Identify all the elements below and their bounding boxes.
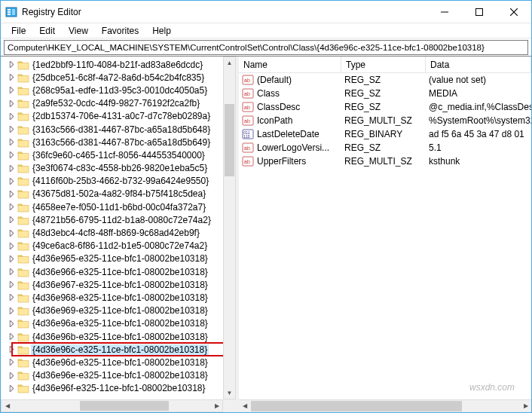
list-row[interactable]: abClassREG_SZMEDIA	[239, 87, 531, 100]
expand-icon[interactable]	[7, 203, 16, 210]
expand-icon[interactable]	[7, 61, 16, 68]
expand-icon[interactable]	[7, 333, 16, 340]
close-button[interactable]	[497, 1, 531, 23]
expand-icon[interactable]	[7, 268, 16, 275]
scroll-right-icon[interactable]: ▶	[520, 400, 531, 411]
expand-icon[interactable]	[7, 255, 16, 262]
col-type[interactable]: Type	[341, 57, 426, 72]
tree-item[interactable]: {25dbce51-6c8f-4a72-8a6d-b54c2b4fc835}	[1, 71, 236, 84]
list-row[interactable]: 011110LastDeleteDateREG_BINARYad f5 6a 4…	[239, 127, 531, 141]
tree-item[interactable]: {4d36e968-e325-11ce-bfc1-08002be10318}	[1, 291, 236, 304]
expand-icon[interactable]	[7, 87, 16, 93]
list-horizontal-scrollbar[interactable]: ◀ ▶	[239, 399, 531, 412]
tree-item[interactable]: {2db15374-706e-4131-a0c7-d7c78eb0289a}	[1, 110, 236, 123]
expand-icon[interactable]	[7, 346, 16, 353]
expand-icon[interactable]	[7, 243, 16, 249]
expand-icon[interactable]	[7, 191, 16, 197]
string-icon: ab	[242, 142, 254, 154]
tree-item[interactable]: {4d36e96f-e325-11ce-bfc1-08002be10318}	[1, 382, 236, 395]
menu-edit[interactable]: Edit	[33, 25, 61, 37]
tree-item[interactable]: {48d3ebc4-4cf8-48ff-b869-9c68ad42eb9f}	[1, 226, 236, 239]
tree-item[interactable]: {3e3f0674-c83c-4558-bb26-9820e1eba5c5}	[1, 162, 236, 175]
tree-item[interactable]: {4d36e965-e325-11ce-bfc1-08002be10318}	[1, 252, 236, 265]
tree-item[interactable]: {2a9fe532-0cdc-44f9-9827-76192f2ca2fb}	[1, 97, 236, 110]
tree-item[interactable]: {36fc9e60-c465-11cf-8056-444553540000}	[1, 148, 236, 161]
menu-help[interactable]: Help	[146, 25, 177, 37]
tree-item[interactable]: {48721b56-6795-11d2-b1a8-0080c72e74a2}	[1, 213, 236, 226]
scroll-down-icon[interactable]: ▼	[224, 387, 235, 399]
list-row[interactable]: abIconPathREG_MULTI_SZ%SystemRoot%\syste…	[239, 114, 531, 127]
values-pane[interactable]: Name Type Data ab(Default)REG_SZ(value n…	[239, 57, 531, 412]
menu-view[interactable]: View	[63, 25, 94, 37]
tree-item[interactable]: {3163c566-d381-4467-87bc-a65a18d5b648}	[1, 123, 236, 136]
tree-item[interactable]: {4658ee7e-f050-11d1-b6bd-00c04fa372a7}	[1, 200, 236, 213]
expand-icon[interactable]	[7, 385, 16, 392]
tree-item[interactable]: {43675d81-502a-4a82-9f84-b75f418c5dea}	[1, 188, 236, 200]
tree-horizontal-scrollbar[interactable]: ◀ ▶	[1, 399, 223, 412]
tree-item[interactable]: {1ed2bbf9-11f0-4084-b21f-ad83a8e6dcdc}	[1, 58, 236, 71]
tree-item-label: {43675d81-502a-4a82-9f84-b75f418c5dea}	[31, 188, 207, 199]
tree-item[interactable]: {268c95a1-edfe-11d3-95c3-0010dc4050a5}	[1, 84, 236, 96]
tree-item[interactable]: {4d36e96e-e325-11ce-bfc1-08002be10318}	[1, 369, 236, 382]
expand-icon[interactable]	[7, 165, 16, 172]
tree-item[interactable]: {4d36e96b-e325-11ce-bfc1-08002be10318}	[1, 330, 236, 343]
address-input[interactable]	[4, 40, 528, 55]
scroll-thumb[interactable]	[251, 401, 462, 411]
tree-vertical-scrollbar[interactable]: ▲ ▼	[223, 57, 236, 399]
menu-favorites[interactable]: Favorites	[96, 25, 145, 37]
list-row[interactable]: ab(Default)REG_SZ(value not set)	[239, 73, 531, 87]
expand-icon[interactable]	[7, 230, 16, 237]
svg-text:ab: ab	[244, 105, 250, 110]
expand-icon[interactable]	[7, 372, 16, 379]
expand-icon[interactable]	[7, 307, 16, 314]
folder-icon	[17, 370, 29, 381]
folder-icon	[17, 188, 29, 199]
menu-file[interactable]: File	[5, 25, 32, 37]
expand-icon[interactable]	[7, 151, 16, 158]
scroll-right-icon[interactable]: ▶	[211, 400, 222, 411]
tree-item-label: {3e3f0674-c83c-4558-bb26-9820e1eba5c5}	[31, 163, 209, 173]
tree-item-label: {3163c566-d381-4467-87bc-a65a18d5b648}	[31, 124, 212, 135]
expand-icon[interactable]	[7, 74, 16, 81]
tree-item[interactable]: {4d36e96c-e325-11ce-bfc1-08002be10318}	[1, 343, 236, 356]
tree-item[interactable]: {4116f60b-25b3-4662-b732-99a6424e9550}	[1, 175, 236, 188]
tree-pane[interactable]: {1ed2bbf9-11f0-4084-b21f-ad83a8e6dcdc}{2…	[1, 57, 236, 412]
expand-icon[interactable]	[7, 126, 16, 133]
tree-item[interactable]: {4d36e969-e325-11ce-bfc1-08002be10318}	[1, 304, 236, 317]
value-type: REG_MULTI_SZ	[341, 115, 426, 126]
tree-item[interactable]: {49ce6ac8-6f86-11d2-b1e5-0080c72e74a2}	[1, 240, 236, 252]
tree-item[interactable]: {4d36e96a-e325-11ce-bfc1-08002be10318}	[1, 317, 236, 330]
scroll-left-icon[interactable]: ◀	[2, 400, 13, 411]
expand-icon[interactable]	[7, 216, 16, 223]
tree-item[interactable]: {4d36e967-e325-11ce-bfc1-08002be10318}	[1, 278, 236, 291]
minimize-button[interactable]	[427, 1, 462, 23]
maximize-button[interactable]	[462, 1, 497, 23]
folder-icon	[17, 163, 29, 173]
svg-rect-5	[476, 8, 483, 15]
scroll-thumb[interactable]	[225, 104, 234, 176]
scroll-thumb[interactable]	[80, 401, 169, 411]
scroll-left-icon[interactable]: ◀	[239, 400, 250, 411]
col-name[interactable]: Name	[239, 57, 341, 72]
folder-icon	[17, 137, 29, 148]
expand-icon[interactable]	[7, 320, 16, 327]
value-name: UpperFilters	[257, 156, 306, 167]
expand-icon[interactable]	[7, 178, 16, 185]
tree-item[interactable]: {3163c566-d381-4467-87bc-a65a18d5b649}	[1, 136, 236, 148]
list-row[interactable]: abClassDescREG_SZ@c_media.inf,%ClassDesc…	[239, 100, 531, 114]
list-row[interactable]: abLowerLogoVersi...REG_SZ5.1	[239, 141, 531, 154]
tree-item[interactable]: {4d36e96d-e325-11ce-bfc1-08002be10318}	[1, 356, 236, 369]
list-row[interactable]: abUpperFiltersREG_MULTI_SZksthunk	[239, 154, 531, 168]
folder-icon	[17, 60, 29, 70]
expand-icon[interactable]	[7, 294, 16, 301]
expand-icon[interactable]	[7, 281, 16, 288]
tree-item[interactable]: {4d36e966-e325-11ce-bfc1-08002be10318}	[1, 265, 236, 278]
folder-icon	[17, 305, 29, 316]
col-data[interactable]: Data	[426, 57, 531, 72]
expand-icon[interactable]	[7, 359, 16, 366]
expand-icon[interactable]	[7, 139, 16, 145]
expand-icon[interactable]	[7, 113, 16, 120]
folder-icon	[17, 72, 29, 83]
scroll-up-icon[interactable]: ▲	[224, 57, 235, 69]
expand-icon[interactable]	[7, 100, 16, 107]
